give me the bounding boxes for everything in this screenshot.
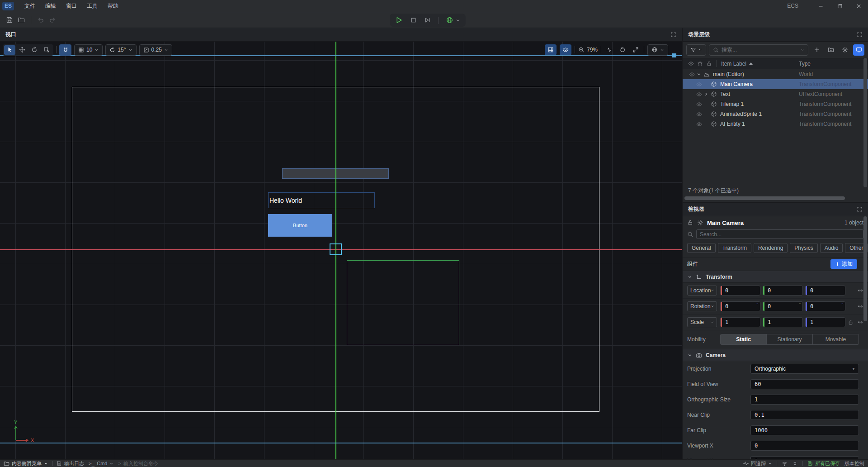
eye-column-icon[interactable] [688,61,694,67]
field-of-view-input[interactable] [751,381,859,387]
visibility-eye-icon[interactable] [695,81,703,87]
location-z-input[interactable] [806,287,845,294]
near-clip-input[interactable] [751,412,859,418]
gear-icon[interactable] [697,219,703,226]
undo-button[interactable] [35,14,47,26]
origin-selection-square[interactable] [330,243,342,255]
version-control-button[interactable]: 版本控制 [844,460,864,467]
rotation-z-input[interactable] [806,303,845,310]
tilemap-region-rect[interactable] [347,260,459,345]
visibility-eye-icon[interactable] [695,91,703,97]
menu-help[interactable]: 帮助 [103,0,123,12]
rotate-tool-button[interactable] [28,45,40,55]
hierarchy-search-input[interactable] [722,47,797,53]
location-x-input[interactable] [721,287,760,294]
scrollbar-thumb[interactable] [684,196,845,200]
column-type[interactable]: Type [799,61,811,67]
chevron-down-icon[interactable] [695,72,703,76]
guide-handle[interactable] [672,53,676,57]
stop-button[interactable] [410,17,417,24]
grid-snap-dropdown[interactable]: 10 [74,44,103,56]
viewport-x-input[interactable] [751,443,859,449]
scale-mode-dropdown[interactable]: Scale [687,317,717,327]
tab-physics[interactable]: Physics [790,243,817,253]
mobility-movable[interactable]: Movable [813,334,859,344]
panel-expand-icon[interactable] [857,206,863,212]
console-input[interactable]: > 输入控制台命令 [118,460,158,467]
play-button[interactable] [395,16,403,24]
visibility-eye-icon[interactable] [688,71,695,77]
view-mode-dropdown[interactable] [647,44,668,56]
filter-dropdown[interactable] [686,44,706,56]
select-tool-button[interactable] [4,45,15,55]
output-log-button[interactable]: 输出日志 [57,460,84,467]
scene-canvas[interactable]: Hello World Button Y X [0,42,682,459]
hierarchy-searchbox[interactable] [709,44,808,56]
close-button[interactable] [849,0,868,12]
uniform-scale-lock-icon[interactable] [848,319,854,325]
visibility-eye-icon[interactable] [695,111,703,117]
rotation-x-input[interactable] [721,303,760,310]
rotation-snap-dropdown[interactable]: 15° [105,44,136,56]
platform-select-button[interactable] [446,16,460,24]
transform-section-header[interactable]: Transform [683,271,868,283]
hierarchy-settings-button[interactable] [839,44,850,56]
minimize-button[interactable] [811,0,830,12]
open-button[interactable] [15,14,27,26]
vertical-scrollbar[interactable] [863,58,867,187]
location-y-input[interactable] [763,287,802,294]
inspector-search-input[interactable] [700,231,860,238]
link-icon[interactable] [857,319,863,325]
lock-icon[interactable] [687,219,693,226]
cmd-dropdown[interactable]: >_ Cmd [89,461,113,467]
fullscreen-button[interactable] [631,45,641,55]
projection-dropdown[interactable]: ▼ [750,364,859,374]
plug-icon[interactable] [792,461,798,467]
wifi-icon[interactable] [782,461,788,467]
toggle-gizmos-button[interactable] [560,44,571,55]
scale-y-input[interactable] [763,319,802,325]
panel-expand-icon[interactable] [670,32,676,38]
menu-window[interactable]: 窗口 [61,0,82,12]
menu-tools[interactable]: 工具 [82,0,103,12]
scale-x-input[interactable] [721,319,760,325]
stats-button[interactable] [604,45,614,55]
maximize-button[interactable] [830,0,849,12]
hierarchy-row-ai-entity[interactable]: AI Entity 1 TransformComponent [683,119,868,129]
scale-z-input[interactable] [806,319,845,325]
tab-audio[interactable]: Audio [820,243,843,253]
tab-rendering[interactable]: Rendering [754,243,788,253]
add-component-button[interactable]: 添加 [830,259,857,269]
save-status[interactable]: 所有已保存 [807,460,840,467]
reset-view-button[interactable] [618,45,627,55]
zoom-control[interactable]: 79% [578,45,598,55]
hierarchy-row-world[interactable]: main (Editor) World [683,69,868,79]
mobility-static[interactable]: Static [721,334,767,344]
snap-toggle-button[interactable] [59,44,71,56]
redo-button[interactable] [47,14,58,26]
menu-file[interactable]: 文件 [19,0,40,12]
vertical-scrollbar[interactable] [863,216,867,321]
hierarchy-row-tilemap[interactable]: Tilemap 1 TransformComponent [683,99,868,109]
tab-transform[interactable]: Transform [718,243,751,253]
visibility-eye-icon[interactable] [695,121,703,127]
rect-tool-button[interactable] [41,45,52,55]
scene-button-element[interactable]: Button [268,214,332,237]
link-icon[interactable] [857,287,863,294]
link-icon[interactable] [857,303,863,310]
horizontal-scrollbar[interactable] [684,196,866,200]
rotation-mode-dropdown[interactable]: Rotation [687,301,717,311]
step-button[interactable] [424,17,431,24]
visibility-eye-icon[interactable] [695,101,703,107]
chevron-right-icon[interactable] [703,92,710,96]
save-button[interactable] [4,14,15,26]
move-tool-button[interactable] [16,45,28,55]
hierarchy-row-animatedsprite[interactable]: AnimatedSprite 1 TransformComponent [683,109,868,119]
lock-column-icon[interactable] [706,61,712,67]
toggle-grid-button[interactable] [545,44,557,55]
add-folder-button[interactable] [825,44,836,56]
trace-dropdown[interactable]: 回追踪 [743,460,772,467]
add-entity-button[interactable] [811,44,822,56]
rotation-y-input[interactable] [763,303,802,310]
bottom-guide-line[interactable] [0,443,682,443]
